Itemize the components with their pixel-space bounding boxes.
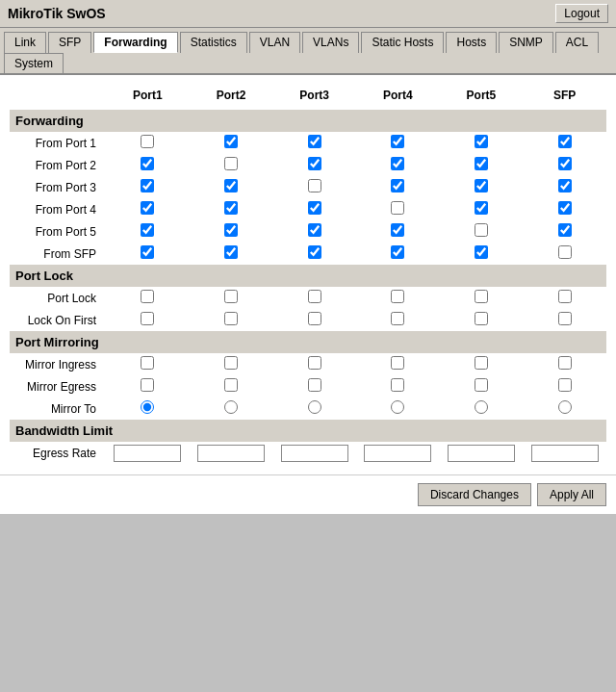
tab-sfp[interactable]: SFP xyxy=(48,32,91,53)
checkbox-0[interactable] xyxy=(141,157,154,170)
checkbox-4[interactable] xyxy=(475,179,488,192)
radio-mirror-to-1[interactable] xyxy=(224,400,238,414)
section-forwarding: Forwarding xyxy=(10,110,606,132)
radio-mirror-to-2[interactable] xyxy=(308,400,321,414)
checkbox-5[interactable] xyxy=(558,223,572,237)
text-input-3[interactable] xyxy=(364,445,431,462)
checkbox-4[interactable] xyxy=(475,312,488,325)
radio-mirror-to-5[interactable] xyxy=(558,400,572,414)
checkbox-2[interactable] xyxy=(308,223,321,237)
checkbox-0[interactable] xyxy=(141,135,154,148)
checkbox-2[interactable] xyxy=(308,157,321,170)
checkbox-3[interactable] xyxy=(391,312,404,325)
checkbox-1[interactable] xyxy=(224,135,238,148)
checkbox-5[interactable] xyxy=(558,290,572,303)
checkbox-1[interactable] xyxy=(224,157,238,170)
checkbox-1[interactable] xyxy=(224,378,238,392)
checkbox-5[interactable] xyxy=(558,201,572,215)
checkbox-4[interactable] xyxy=(475,223,488,237)
section-port-lock: Port Lock xyxy=(10,265,606,287)
checkbox-0[interactable] xyxy=(141,312,154,325)
checkbox-5[interactable] xyxy=(558,356,572,370)
tab-system[interactable]: System xyxy=(4,53,64,73)
checkbox-4[interactable] xyxy=(475,378,488,392)
tab-hosts[interactable]: Hosts xyxy=(446,32,497,53)
checkbox-3[interactable] xyxy=(391,245,404,259)
col-header-port5: Port5 xyxy=(440,85,524,110)
col-header-sfp: SFP xyxy=(523,85,606,110)
section-bandwidth-limit: Bandwidth Limit xyxy=(10,420,606,442)
checkbox-4[interactable] xyxy=(475,135,488,148)
tab-forwarding[interactable]: Forwarding xyxy=(93,32,177,53)
logout-button[interactable]: Logout xyxy=(555,4,608,23)
checkbox-1[interactable] xyxy=(224,356,238,370)
checkbox-4[interactable] xyxy=(475,245,488,259)
checkbox-3[interactable] xyxy=(391,290,404,303)
checkbox-3[interactable] xyxy=(391,223,404,237)
checkbox-4[interactable] xyxy=(475,290,488,303)
tab-statistics[interactable]: Statistics xyxy=(180,32,247,53)
checkbox-4[interactable] xyxy=(475,201,488,215)
checkbox-2[interactable] xyxy=(308,378,321,392)
tab-static-hosts[interactable]: Static Hosts xyxy=(361,32,444,53)
checkbox-1[interactable] xyxy=(224,179,238,192)
checkbox-5[interactable] xyxy=(558,378,572,392)
radio-mirror-to-3[interactable] xyxy=(391,400,404,414)
table-row: From Port 2 xyxy=(10,154,606,176)
text-input-0[interactable] xyxy=(114,445,181,462)
main-content: Port1Port2Port3Port4Port5SFP ForwardingF… xyxy=(0,75,616,474)
checkbox-5[interactable] xyxy=(558,179,572,192)
checkbox-2[interactable] xyxy=(308,201,321,215)
tab-acl[interactable]: ACL xyxy=(555,32,599,53)
col-header-port1: Port1 xyxy=(106,85,190,110)
checkbox-2[interactable] xyxy=(308,356,321,370)
checkbox-1[interactable] xyxy=(224,223,238,237)
text-input-2[interactable] xyxy=(281,445,348,462)
checkbox-4[interactable] xyxy=(475,157,488,170)
checkbox-1[interactable] xyxy=(224,245,238,259)
checkbox-1[interactable] xyxy=(224,290,238,303)
tab-snmp[interactable]: SNMP xyxy=(499,32,553,53)
discard-button[interactable]: Discard Changes xyxy=(418,483,531,506)
title-bar: MikroTik SwOS Logout xyxy=(0,0,616,28)
tab-link[interactable]: Link xyxy=(4,32,46,53)
section-port-mirroring: Port Mirroring xyxy=(10,331,606,353)
checkbox-0[interactable] xyxy=(141,179,154,192)
checkbox-0[interactable] xyxy=(141,378,154,392)
checkbox-0[interactable] xyxy=(141,245,154,259)
text-input-4[interactable] xyxy=(448,445,515,462)
text-input-1[interactable] xyxy=(197,445,265,462)
checkbox-3[interactable] xyxy=(391,378,404,392)
checkbox-3[interactable] xyxy=(391,356,404,370)
checkbox-4[interactable] xyxy=(475,356,488,370)
checkbox-2[interactable] xyxy=(308,179,321,192)
checkbox-2[interactable] xyxy=(308,135,321,148)
table-row: From Port 4 xyxy=(10,198,606,220)
checkbox-5[interactable] xyxy=(558,245,572,259)
checkbox-2[interactable] xyxy=(308,290,321,303)
checkbox-0[interactable] xyxy=(141,223,154,237)
checkbox-3[interactable] xyxy=(391,201,404,215)
checkbox-3[interactable] xyxy=(391,179,404,192)
checkbox-1[interactable] xyxy=(224,312,238,325)
table-row: Egress Rate xyxy=(10,442,606,465)
radio-mirror-to-4[interactable] xyxy=(475,400,488,414)
checkbox-2[interactable] xyxy=(308,312,321,325)
checkbox-5[interactable] xyxy=(558,157,572,170)
checkbox-1[interactable] xyxy=(224,201,238,215)
tab-vlans[interactable]: VLANs xyxy=(302,32,359,53)
text-input-5[interactable] xyxy=(531,445,599,462)
table-row: Lock On First xyxy=(10,309,606,331)
checkbox-0[interactable] xyxy=(141,201,154,215)
checkbox-5[interactable] xyxy=(558,312,572,325)
radio-mirror-to-0[interactable] xyxy=(141,400,154,414)
checkbox-0[interactable] xyxy=(141,356,154,370)
apply-button[interactable]: Apply All xyxy=(537,483,606,506)
checkbox-0[interactable] xyxy=(141,290,154,303)
checkbox-3[interactable] xyxy=(391,157,404,170)
checkbox-3[interactable] xyxy=(391,135,404,148)
checkbox-5[interactable] xyxy=(558,135,572,148)
tab-vlan[interactable]: VLAN xyxy=(249,32,300,53)
checkbox-2[interactable] xyxy=(308,245,321,259)
table-row: From Port 3 xyxy=(10,176,606,198)
